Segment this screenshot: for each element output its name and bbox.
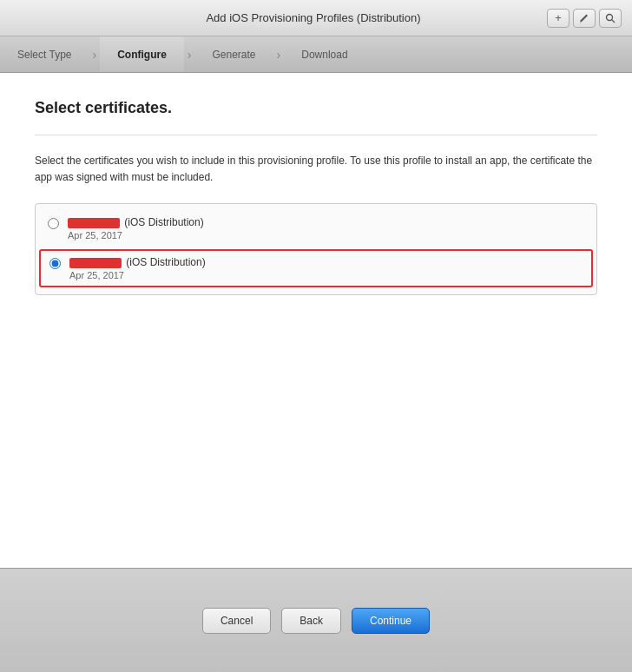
add-button[interactable]: + xyxy=(547,9,569,28)
search-button[interactable] xyxy=(599,9,622,28)
search-icon xyxy=(605,13,616,23)
cert-info-1: (iOS Distribution) Apr 25, 2017 xyxy=(68,216,204,240)
edit-icon xyxy=(579,13,589,23)
arrow-1: › xyxy=(89,36,100,72)
arrow-2: › xyxy=(184,36,195,72)
title-bar-actions: + xyxy=(547,9,622,28)
page-heading: Select certificates. xyxy=(35,99,597,117)
step-tabs: Select Type › Configure › Generate › Dow… xyxy=(0,36,632,73)
certificate-list: (iOS Distribution) Apr 25, 2017 (iOS Dis… xyxy=(35,203,597,295)
description-text: Select the certificates you wish to incl… xyxy=(35,153,597,186)
svg-point-0 xyxy=(607,14,613,20)
cert-radio-1[interactable] xyxy=(48,218,59,229)
cert-date-2: Apr 25, 2017 xyxy=(69,270,206,280)
title-bar: Add iOS Provisioning Profiles (Distribut… xyxy=(0,0,632,36)
cancel-button[interactable]: Cancel xyxy=(202,608,271,634)
svg-line-1 xyxy=(612,19,616,23)
continue-button[interactable]: Continue xyxy=(352,608,430,634)
tab-configure[interactable]: Configure xyxy=(100,36,184,72)
tab-download[interactable]: Download xyxy=(284,36,365,72)
cert-name-redacted-1 xyxy=(68,218,120,228)
cert-item-1[interactable]: (iOS Distribution) Apr 25, 2017 xyxy=(36,209,596,247)
cert-info-2: (iOS Distribution) Apr 25, 2017 xyxy=(69,256,206,280)
section-divider xyxy=(35,135,597,135)
footer: Cancel Back Continue xyxy=(0,568,632,672)
back-button[interactable]: Back xyxy=(281,608,341,634)
tab-generate[interactable]: Generate xyxy=(195,36,273,72)
cert-item-2[interactable]: (iOS Distribution) Apr 25, 2017 xyxy=(39,249,593,287)
cert-name-2: (iOS Distribution) xyxy=(69,256,206,268)
cert-name-1: (iOS Distribution) xyxy=(68,216,204,228)
cert-radio-2[interactable] xyxy=(49,258,61,269)
cert-name-redacted-2 xyxy=(69,258,122,268)
tab-select-type[interactable]: Select Type xyxy=(0,36,89,72)
main-content: Select certificates. Select the certific… xyxy=(0,73,632,568)
edit-button[interactable] xyxy=(573,9,596,28)
arrow-3: › xyxy=(273,36,285,72)
window-title: Add iOS Provisioning Profiles (Distribut… xyxy=(80,11,547,24)
cert-date-1: Apr 25, 2017 xyxy=(68,230,204,240)
